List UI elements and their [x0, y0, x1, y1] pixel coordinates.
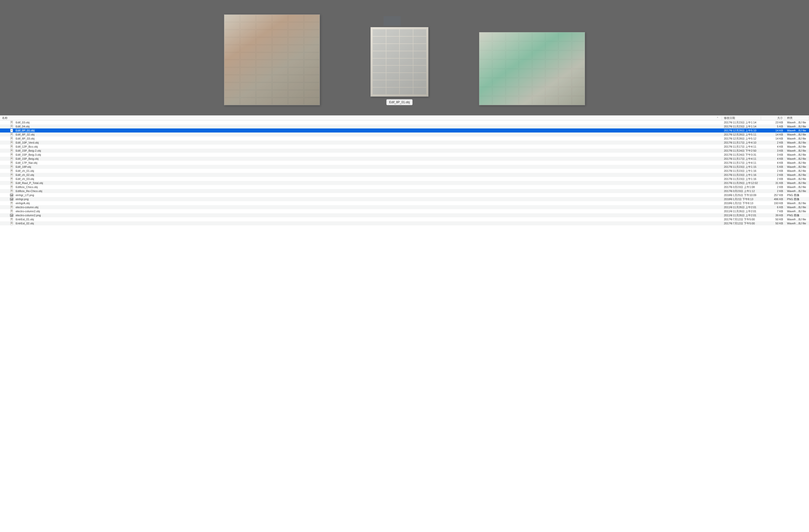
file-row[interactable]: Edif_15P_Beig-3.obj2017年11月24日 下午3:313 K…	[0, 153, 809, 157]
obj-file-icon	[10, 165, 14, 169]
file-kind-cell: PNG 图像	[785, 193, 809, 197]
column-header-date[interactable]: 修改日期	[722, 116, 761, 120]
file-name-cell: Edif_8P_01.obj	[0, 129, 722, 132]
billboard-icon	[383, 16, 401, 26]
file-row[interactable]: Edif_15P_Beig-2.obj2017年11月24日 下午2:503 K…	[0, 149, 809, 153]
file-name-text: electro-column.obj	[15, 206, 39, 209]
file-name-cell: Edif_ch_02.obj	[0, 173, 722, 177]
file-kind-cell: PNG 图像	[785, 197, 809, 201]
preview-thumb-next[interactable]	[479, 32, 585, 105]
file-name-cell: Edif_15P_Beig.obj	[0, 157, 722, 160]
file-row[interactable]: Edif_ch_01.obj2017年11月23日 上午1:162 KBWave…	[0, 169, 809, 173]
file-row[interactable]: EntrEst_02.obj2017年7月12日 下午5:0050 KBWave…	[0, 221, 809, 225]
svg-rect-29	[11, 158, 12, 158]
svg-rect-64	[11, 207, 12, 208]
file-row[interactable]: Edificio_Re-Chico.obj2017年3月23日 上午1:122 …	[0, 189, 809, 193]
file-name-cell: Edif_8P_02.obj	[0, 133, 722, 136]
file-row[interactable]: Edif_ch_03.obj2017年11月23日 上午1:162 KBWave…	[0, 177, 809, 181]
svg-rect-13	[11, 138, 12, 139]
file-row[interactable]: Edif_ch_02.obj2017年11月23日 上午1:162 KBWave…	[0, 173, 809, 177]
file-row[interactable]: Edif_18P.obj2017年11月23日 上午1:155 KBWavefr…	[0, 165, 809, 169]
column-header-name[interactable]: 名称 ^	[0, 116, 722, 120]
svg-rect-65	[11, 206, 12, 207]
file-row[interactable]: electro-column2.png2011年11月26日 上午2:0139 …	[0, 213, 809, 217]
coverflow-preview-pane[interactable]: Edif_8P_01.obj	[0, 0, 809, 115]
file-row[interactable]: electro-column.obj2011年11月26日 上午2:016 KB…	[0, 205, 809, 209]
obj-file-icon	[10, 217, 14, 221]
column-header-row: 名称 ^ 修改日期 大小 种类	[0, 115, 809, 120]
file-name-cell: Edif_8P_03.obj	[0, 137, 722, 140]
file-name-text: Edif_10P_Verd.obj	[15, 141, 39, 144]
file-name-cell: Edif_03.obj	[0, 121, 722, 124]
file-kind-cell: Wavefr…BJ file	[785, 218, 809, 221]
obj-file-icon	[10, 141, 14, 144]
thumbnail-strip: Edif_8P_01.obj	[0, 14, 809, 105]
file-row[interactable]: Edif_10P_Verd.obj2017年11月17日 上午4:102 KBW…	[0, 141, 809, 145]
column-header-size[interactable]: 大小	[761, 116, 785, 120]
file-row[interactable]: einhgrA.obj2018年1月2日 下午8:13193 KBWavefr……	[0, 201, 809, 205]
file-row[interactable]: Edif_15P_Beig.obj2017年11月17日 上午4:114 KBW…	[0, 157, 809, 161]
obj-file-icon	[10, 210, 14, 213]
file-name-cell: Edif_Raul_P_Total.obj	[0, 181, 722, 185]
file-size-cell: 3 KB	[761, 149, 785, 152]
file-name-cell: Edif_15P_Beig-3.obj	[0, 153, 722, 157]
obj-file-icon	[10, 189, 14, 193]
preview-thumb-current[interactable]: Edif_8P_01.obj	[371, 27, 429, 105]
file-row[interactable]: Edif_8P_01.obj2017年12月28日 上午5:1014 KBWav…	[0, 128, 809, 132]
file-row[interactable]: Edif_12P_Bco.obj2017年11月17日 上午4:114 KBWa…	[0, 145, 809, 149]
file-date-cell: 2018年1月2日 下午8:13	[722, 201, 761, 205]
file-row[interactable]: Edif_17P_Nar.obj2017年11月17日 上午4:114 KBWa…	[0, 161, 809, 165]
svg-rect-10	[11, 134, 12, 135]
file-name-text: Edif_15P_Beig.obj	[15, 157, 39, 160]
file-name-text: EntrEst_02.obj	[15, 222, 34, 225]
obj-file-icon	[10, 185, 14, 189]
file-row[interactable]: Edif_8P_03.obj2017年12月28日 上午5:1214 KBWav…	[0, 137, 809, 141]
file-row[interactable]: electro-column2.obj2011年11月26日 上午2:017 K…	[0, 209, 809, 213]
file-date-cell: 2017年3月23日 上午1:08	[722, 185, 761, 189]
file-name-cell: Edif_18P.obj	[0, 165, 722, 169]
preview-thumb-prev[interactable]	[224, 14, 320, 105]
file-name-cell: Edif_17P_Nar.obj	[0, 161, 722, 164]
obj-file-icon	[10, 177, 14, 181]
obj-file-icon	[10, 201, 14, 205]
file-date-cell: 2017年7月12日 下午5:00	[722, 221, 761, 225]
file-row[interactable]: Edif_Raul_P_Total.obj2017年11月29日 上午12:02…	[0, 181, 809, 185]
svg-rect-52	[11, 190, 12, 192]
file-kind-cell: Wavefr…BJ file	[785, 222, 809, 225]
file-size-cell: 4 KB	[761, 157, 785, 160]
file-name-cell: electro-column2.obj	[0, 210, 722, 213]
svg-rect-32	[11, 162, 12, 162]
file-list[interactable]: Edif_03.obj2017年11月23日 上午1:1423 KBWavefr…	[0, 120, 809, 532]
file-row[interactable]: Edif_8P_02.obj2017年12月28日 上午5:1114 KBWav…	[0, 132, 809, 137]
file-row[interactable]: Edificio_Chico.obj2017年3月23日 上午1:082 KBW…	[0, 185, 809, 189]
obj-file-icon	[10, 137, 14, 140]
file-kind-cell: Wavefr…BJ file	[785, 202, 809, 205]
file-size-cell: 14 KB	[761, 133, 785, 136]
svg-rect-22	[11, 150, 12, 151]
svg-rect-53	[11, 190, 12, 190]
svg-rect-25	[11, 154, 12, 155]
svg-rect-2	[11, 121, 12, 122]
file-name-text: Edif_03.obj	[15, 121, 30, 124]
file-name-cell: EntrEst_02.obj	[0, 221, 722, 225]
file-kind-cell: Wavefr…BJ file	[785, 149, 809, 152]
file-name-text: Edif_ch_03.obj	[15, 177, 35, 180]
obj-file-icon	[10, 157, 14, 160]
png-file-icon	[10, 193, 14, 197]
file-row[interactable]: einhgr.png2018年1月2日 下午8:13496 KBPNG 图像	[0, 197, 809, 201]
obj-file-icon	[10, 133, 14, 136]
file-row[interactable]: einhgr_LIT.png2018年1月25日 下午10:09257 KBPN…	[0, 193, 809, 197]
file-kind-cell: Wavefr…BJ file	[785, 133, 809, 136]
svg-rect-5	[11, 125, 12, 126]
file-row[interactable]: EntrEst_01.obj2017年7月12日 下午5:0050 KBWave…	[0, 217, 809, 221]
file-row[interactable]: Edif_03.obj2017年11月23日 上午1:1423 KBWavefr…	[0, 120, 809, 124]
svg-rect-37	[11, 170, 12, 171]
file-date-cell: 2017年11月23日 上午1:14	[722, 121, 761, 124]
file-size-cell: 193 KB	[761, 202, 785, 205]
file-row[interactable]: Edif_04.obj2017年11月23日 上午1:145 KBWavefr……	[0, 124, 809, 128]
file-name-text: electro-column2.obj	[15, 210, 40, 213]
svg-rect-17	[11, 142, 12, 142]
file-name-text: Edif_18P.obj	[15, 165, 32, 169]
column-header-kind[interactable]: 种类	[785, 116, 809, 120]
file-size-cell: 2 KB	[761, 169, 785, 172]
